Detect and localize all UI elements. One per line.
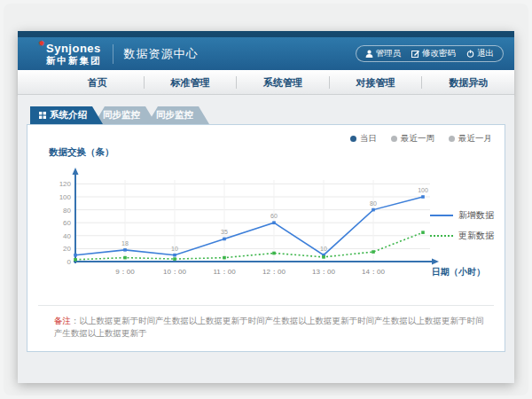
tab-sync-monitor-1-label: 同步监控 (103, 109, 140, 121)
tab-bar: 系统介绍 同步监控 同步监控 (30, 106, 514, 124)
logo-star-icon: ✹ (38, 40, 45, 48)
chart-legend: 新增数据 更新数据 (430, 209, 494, 242)
svg-text:13：00: 13：00 (312, 268, 335, 276)
company-logo: ✹ Synjones 新中新集团 (46, 43, 102, 66)
radio-dot-icon (350, 136, 356, 142)
power-icon (466, 50, 474, 58)
svg-text:100: 100 (418, 187, 428, 193)
panel-divider (38, 305, 494, 306)
footnote: 备注：以上数据更新于时间产生数据以上数据更新于时间产生数据以上数据更新于时间产生… (54, 315, 487, 340)
filter-last-month-label: 最近一月 (458, 133, 492, 145)
grid-icon (39, 110, 46, 121)
app-window: ✹ Synjones 新中新集团 数据资源中心 管理员 修改密码 (18, 31, 514, 383)
footnote-text: ：以上数据更新于时间产生数据以上数据更新于时间产生数据以上数据更新于时间产生数据… (54, 316, 484, 338)
line-chart-svg: 0204060801001209：0010：0011：0012：0013：001… (43, 164, 487, 286)
edit-icon (411, 50, 419, 58)
line-chart: 0204060801001209：0010：0011：0012：0013：001… (43, 164, 487, 286)
tab-sync-monitor-2[interactable]: 同步监控 (147, 106, 209, 124)
nav-item-connection-mgmt[interactable]: 对接管理 (330, 76, 423, 89)
content-area: 系统介绍 同步监控 同步监控 当日 最近一周 (18, 95, 514, 383)
svg-text:20: 20 (63, 245, 71, 253)
main-nav: 首页 标准管理 系统管理 对接管理 数据异动 (18, 70, 514, 95)
svg-text:80: 80 (63, 207, 71, 215)
svg-text:12：00: 12：00 (262, 268, 286, 276)
tab-system-intro-label: 系统介绍 (50, 109, 87, 121)
svg-text:10: 10 (320, 246, 327, 252)
svg-text:35: 35 (221, 229, 228, 235)
chart-panel: 当日 最近一周 最近一月 数据交换（条） 0204060801001209：00… (27, 124, 505, 352)
logo-sub-text: 新中新集团 (46, 56, 102, 66)
svg-text:100: 100 (59, 193, 72, 201)
svg-text:120: 120 (59, 180, 72, 188)
change-password-label: 修改密码 (422, 48, 456, 59)
tab-system-intro[interactable]: 系统介绍 (30, 106, 103, 124)
radio-dot-icon (391, 136, 397, 142)
logout-button[interactable]: 退出 (466, 48, 494, 59)
svg-text:60: 60 (270, 213, 278, 219)
solid-line-icon (430, 215, 453, 216)
nav-item-data-changes[interactable]: 数据异动 (422, 76, 514, 89)
admin-user-button[interactable]: 管理员 (365, 48, 402, 59)
header-separator (113, 44, 113, 64)
nav-item-standard-mgmt[interactable]: 标准管理 (145, 76, 238, 89)
user-icon (365, 50, 373, 58)
logout-label: 退出 (477, 48, 494, 59)
filter-last-week-label: 最近一周 (401, 133, 434, 145)
svg-text:日期（小时）: 日期（小时） (432, 267, 485, 277)
footnote-label: 备注 (54, 316, 71, 325)
svg-text:11：00: 11：00 (213, 268, 236, 276)
page-title: 数据资源中心 (124, 46, 199, 62)
legend-new-data: 新增数据 (430, 209, 494, 222)
svg-text:9：00: 9：00 (115, 268, 135, 276)
dotted-line-icon (430, 235, 453, 237)
tab-sync-monitor-2-label: 同步监控 (156, 109, 193, 121)
y-axis-title: 数据交换（条） (49, 146, 114, 159)
legend-updated-data: 更新数据 (430, 230, 494, 242)
svg-text:60: 60 (63, 219, 71, 227)
svg-text:10：00: 10：00 (163, 268, 186, 276)
nav-item-home[interactable]: 首页 (51, 76, 145, 89)
admin-user-label: 管理员 (376, 48, 402, 59)
top-strip (18, 31, 514, 37)
legend-updated-data-label: 更新数据 (458, 230, 494, 242)
logo-brand-text: Synjones (46, 43, 102, 54)
filter-today[interactable]: 当日 (350, 133, 377, 145)
filter-last-month[interactable]: 最近一月 (449, 133, 492, 145)
time-range-filters: 当日 最近一周 最近一月 (350, 133, 492, 145)
user-menu: 管理员 修改密码 退出 (356, 45, 505, 62)
change-password-button[interactable]: 修改密码 (411, 48, 456, 59)
svg-text:0: 0 (67, 258, 72, 266)
nav-item-system-mgmt[interactable]: 系统管理 (237, 76, 330, 89)
svg-text:80: 80 (370, 200, 377, 207)
legend-new-data-label: 新增数据 (458, 209, 494, 222)
header-bar: ✹ Synjones 新中新集团 数据资源中心 管理员 修改密码 (18, 37, 514, 70)
svg-text:18: 18 (121, 240, 129, 246)
filter-today-label: 当日 (360, 133, 377, 145)
svg-text:40: 40 (63, 232, 71, 240)
tab-sync-monitor-1[interactable]: 同步监控 (94, 106, 156, 124)
filter-last-week[interactable]: 最近一周 (391, 133, 434, 145)
radio-dot-icon (449, 136, 455, 142)
svg-text:10: 10 (171, 246, 178, 252)
svg-text:14：00: 14：00 (362, 268, 385, 276)
